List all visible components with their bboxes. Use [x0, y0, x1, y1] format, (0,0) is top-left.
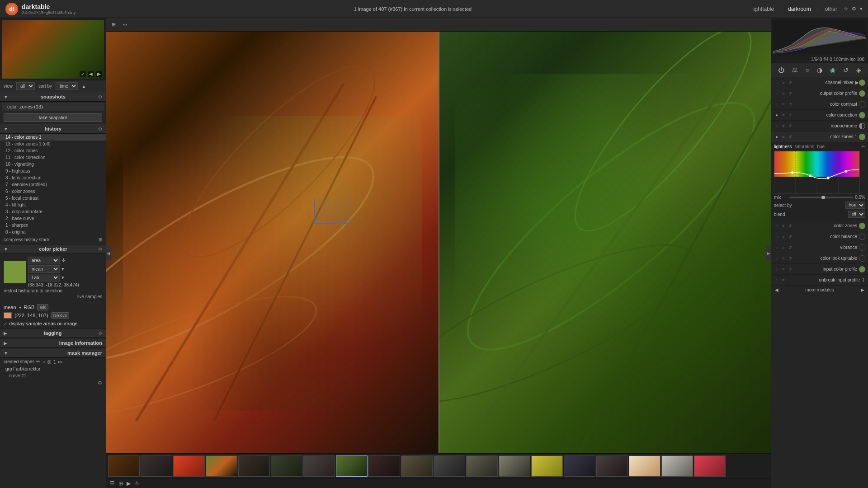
- module-status-color-zones[interactable]: [859, 223, 865, 229]
- history-item-7[interactable]: 7 - denoise (profiled): [0, 181, 106, 188]
- history-item-9[interactable]: 9 - highpass: [0, 168, 106, 174]
- module-status-channel-mixer[interactable]: [859, 80, 865, 86]
- history-item-0[interactable]: 0 - original: [0, 229, 106, 235]
- zoom-fit-icon[interactable]: ⤢: [80, 71, 86, 77]
- nav-darkroom[interactable]: darkroom: [785, 5, 814, 13]
- filmstrip-thumb-6[interactable]: [303, 455, 335, 477]
- cz-tab-saturation[interactable]: saturation: [794, 144, 814, 149]
- detail-icon[interactable]: ◈: [855, 65, 863, 75]
- color-picker-section-header[interactable]: ▼ color picker ⚙: [0, 244, 106, 254]
- filmstrip-thumb-18[interactable]: [694, 455, 726, 477]
- mix-slider[interactable]: [789, 197, 853, 198]
- filmstrip-thumb-8[interactable]: [368, 455, 400, 477]
- filmstrip-thumb-1[interactable]: [141, 455, 172, 477]
- module-enable-monochrome[interactable]: ○: [774, 123, 779, 129]
- module-reset-channel-mixer[interactable]: ↺: [788, 80, 793, 85]
- history-item-11[interactable]: 11 - color correction: [0, 154, 106, 161]
- module-reset-color-zones[interactable]: ↺: [788, 223, 793, 229]
- module-enable-color-zones-1[interactable]: ●: [774, 134, 779, 140]
- history-item-4[interactable]: 4 - fill light: [0, 202, 106, 208]
- compare-divider[interactable]: [439, 32, 439, 453]
- filmstrip-thumb-15[interactable]: [596, 455, 628, 477]
- filmstrip-thumb-4[interactable]: [238, 455, 270, 477]
- filmstrip-thumb-13[interactable]: [531, 455, 563, 477]
- module-reset-output-color[interactable]: ↺: [788, 91, 793, 96]
- path-icon[interactable]: ⤵: [53, 359, 56, 365]
- sort-select[interactable]: time: [56, 82, 78, 90]
- module-enable-vibrance[interactable]: ○: [774, 245, 779, 250]
- filmstrip-prev-icon[interactable]: ☰: [110, 480, 115, 487]
- selection-box[interactable]: [314, 199, 350, 224]
- mean-down-icon[interactable]: ▾: [61, 266, 64, 272]
- filmstrip-warning-icon[interactable]: ⚠: [134, 480, 139, 487]
- module-params-vibrance[interactable]: ≡: [781, 245, 786, 250]
- module-reset-color-contrast[interactable]: ↺: [788, 102, 793, 107]
- blend-select[interactable]: off: [848, 211, 865, 218]
- filmstrip-thumb-12[interactable]: [499, 455, 530, 477]
- history-item-3[interactable]: 3 - crop and rotate: [0, 208, 106, 215]
- module-status-vibrance[interactable]: [859, 244, 865, 251]
- module-params-color-contrast[interactable]: ≡: [781, 102, 786, 107]
- filmstrip-thumb-5[interactable]: [271, 455, 302, 477]
- eyedropper-icon[interactable]: ✛: [61, 258, 66, 263]
- history-section-header[interactable]: ▼ history ⚙: [0, 124, 106, 134]
- history-item-10[interactable]: 10 - vignetting: [0, 161, 106, 168]
- select-by-select[interactable]: hue: [845, 202, 865, 209]
- image-info-section-header[interactable]: ▶ image information: [0, 338, 106, 348]
- filmstrip-thumb-3[interactable]: [206, 455, 237, 477]
- compare-icon[interactable]: ⇔: [121, 21, 129, 28]
- filmstrip-play-icon[interactable]: ▶: [127, 480, 131, 487]
- sort-dir-icon[interactable]: ▲: [81, 84, 86, 89]
- module-status-output-color[interactable]: [859, 90, 865, 97]
- module-params-color-lut[interactable]: ≡: [781, 256, 786, 261]
- module-params-channel-mixer[interactable]: ≡: [781, 80, 786, 85]
- cz-tab-hue[interactable]: hue: [817, 144, 825, 149]
- repair-icon[interactable]: ↺: [842, 65, 850, 75]
- module-params-input-color[interactable]: ≡: [781, 267, 786, 272]
- module-status-color-zones-1[interactable]: [859, 134, 865, 140]
- module-status-input-color[interactable]: [859, 266, 865, 272]
- grid-view-icon[interactable]: ⊞: [110, 21, 118, 28]
- module-params-output-color[interactable]: ≡: [781, 91, 786, 96]
- module-status-color-lut[interactable]: [859, 255, 865, 262]
- cz-edit-icon[interactable]: ✏: [862, 144, 865, 149]
- module-params-monochrome[interactable]: ≡: [781, 123, 786, 129]
- left-panel-toggle[interactable]: ◀: [106, 246, 111, 260]
- balance-icon[interactable]: ⚖: [791, 65, 799, 75]
- history-item-1[interactable]: 1 - sharpen: [0, 222, 106, 229]
- snapshot-item[interactable]: color zones (13): [2, 103, 104, 111]
- module-status-color-correction[interactable]: [859, 112, 865, 118]
- remove-sample-button[interactable]: remove: [51, 312, 69, 319]
- module-enable-color-contrast[interactable]: ○: [774, 102, 779, 107]
- module-params-unbreak-input[interactable]: ≡: [781, 277, 786, 283]
- module-enable-color-correction[interactable]: ●: [774, 113, 779, 118]
- lab-down-icon[interactable]: ▾: [61, 275, 64, 281]
- node-icon[interactable]: ◎: [47, 359, 52, 365]
- history-item-8[interactable]: 8 - lens correction: [0, 174, 106, 181]
- filmstrip-thumb-0[interactable]: [108, 455, 140, 477]
- add-sample-button[interactable]: add: [37, 304, 48, 310]
- history-item-14[interactable]: 14 - color zones 1: [0, 134, 106, 141]
- mask-manager-section-header[interactable]: ▼ mask manager: [0, 348, 106, 358]
- area-select[interactable]: area: [28, 257, 60, 264]
- chevron-down-icon[interactable]: ▾: [860, 6, 863, 12]
- module-enable-unbreak-input[interactable]: ○: [774, 277, 779, 283]
- nav-lighttable[interactable]: lighttable: [750, 5, 777, 13]
- module-enable-color-lut[interactable]: ○: [774, 256, 779, 261]
- nav-other[interactable]: other: [822, 5, 840, 13]
- module-reset-input-color[interactable]: ↺: [788, 267, 793, 272]
- history-item-5[interactable]: 5 - local contrast: [0, 195, 106, 202]
- history-item-6[interactable]: 6 - color zones: [0, 188, 106, 195]
- live-samples-button[interactable]: live samples: [4, 294, 102, 299]
- module-status-color-contrast[interactable]: [859, 101, 865, 108]
- take-snapshot-button[interactable]: take snapshot: [4, 113, 102, 122]
- thumb-next-icon[interactable]: ▶: [96, 71, 102, 77]
- filmstrip-thumb-10[interactable]: [434, 455, 465, 477]
- color-picker-config-icon[interactable]: ⚙: [98, 247, 102, 252]
- history-item-12[interactable]: 12 - color zones: [0, 147, 106, 154]
- history-config-icon[interactable]: ⚙: [98, 127, 102, 131]
- filmstrip-thumb-14[interactable]: [564, 455, 595, 477]
- filmstrip-thumb-16[interactable]: [629, 455, 660, 477]
- module-reset-color-correction[interactable]: ↺: [788, 113, 793, 118]
- module-arrow-channel-mixer[interactable]: ▶: [855, 80, 859, 85]
